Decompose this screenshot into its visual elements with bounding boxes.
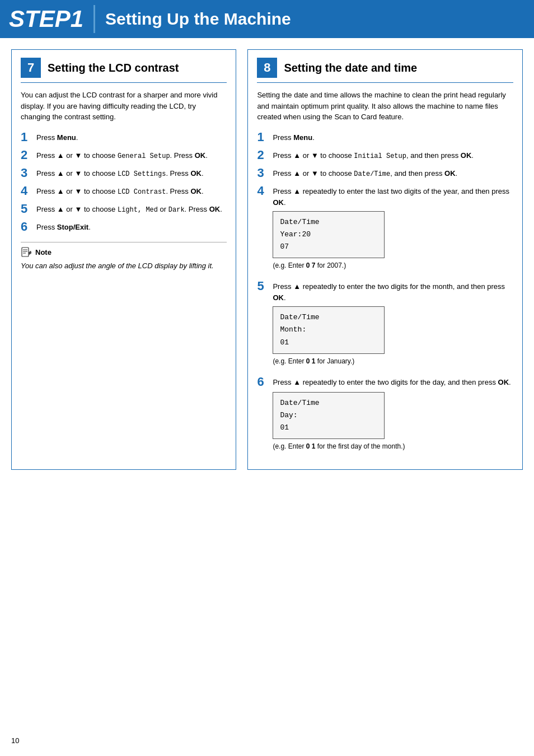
step-8-6: 6 Press ▲ repeatedly to enter the two di… [257,375,513,456]
step-8-4-eg: (e.g. Enter 0 7 for 2007.) [273,262,346,269]
step-7-3: 3 Press ▲ or ▼ to choose LCD Settings. P… [21,166,227,180]
step-8-5: 5 Press ▲ repeatedly to enter the two di… [257,279,513,370]
note-label: Note [35,248,51,256]
section-7-steps: 1 Press Menu. 2 Press ▲ or ▼ to choose G… [21,130,227,234]
note-section: Note You can also adjust the angle of th… [21,242,227,272]
step-8-4-num: 4 [257,184,273,198]
step-8-4-text: Press ▲ repeatedly to enter the last two… [273,184,513,208]
step-8-2: 2 Press ▲ or ▼ to choose Initial Setup, … [257,148,513,162]
step-7-5-ok: OK [209,205,221,213]
step-8-3-mono: Date/Time [354,170,390,178]
step-label: STEP1 [9,6,83,32]
lcd-5-line1: Date/Time [280,313,319,321]
step-8-3-num: 3 [257,166,273,180]
step-8-6-text: Press ▲ repeatedly to enter the two digi… [273,375,510,388]
step-8-6-lcd: Date/Time Day: 01 [273,392,385,439]
step-8-5-text: Press ▲ repeatedly to enter the two digi… [273,279,513,303]
step-7-1-text: Press Menu. [36,130,78,143]
step-8-6-num: 6 [257,375,273,389]
step-7-3-text: Press ▲ or ▼ to choose LCD Settings. Pre… [36,166,204,179]
step-7-3-ok: OK [190,169,202,178]
step-7-4-num: 4 [21,184,36,198]
section-7: 7 Setting the LCD contrast You can adjus… [11,49,236,470]
step-7-2-text: Press ▲ or ▼ to choose General Setup. Pr… [36,148,208,161]
section-8-number: 8 [257,58,277,78]
section-8-desc: Setting the date and time allows the mac… [257,90,513,123]
step-8-1-num: 1 [257,130,273,144]
note-header: Note [21,247,227,258]
step-8-3-ok: OK [444,169,456,178]
step-7-1-bold: Menu [57,133,76,142]
step-8-3-text: Press ▲ or ▼ to choose Date/Time, and th… [273,166,457,179]
step-8-4-lcd: Date/Time Year:20 07 [273,211,385,258]
step-8-2-ok: OK [461,151,472,160]
section-7-number: 7 [21,58,41,78]
lcd-4-line1: Date/Time [280,218,319,226]
section-7-title: Setting the LCD contrast [48,62,179,74]
step-7-2-ok: OK [195,151,206,160]
lcd-5-line2: Month: [280,325,306,334]
step-7-1: 1 Press Menu. [21,130,227,144]
header: STEP1 Setting Up the Machine [0,0,534,38]
step-8-2-text: Press ▲ or ▼ to choose Initial Setup, an… [273,148,474,161]
step-8-5-num: 5 [257,279,273,293]
step-7-2-num: 2 [21,148,36,162]
section-7-header: 7 Setting the LCD contrast [21,58,227,83]
step-8-3: 3 Press ▲ or ▼ to choose Date/Time, and … [257,166,513,180]
step-8-4: 4 Press ▲ repeatedly to enter the last t… [257,184,513,275]
step-7-6-bold: Stop/Exit [57,223,88,231]
step-7-6-text: Press Stop/Exit. [36,220,91,233]
step-7-5-num: 5 [21,202,36,216]
step-7-5-mono2: Dark [168,206,185,214]
step-8-5-row: 5 Press ▲ repeatedly to enter the two di… [257,279,513,303]
step-7-5: 5 Press ▲ or ▼ to choose Light, Med or D… [21,202,227,216]
step-7-4-ok: OK [190,187,202,195]
step-7-3-num: 3 [21,166,36,180]
section-8: 8 Setting the date and time Setting the … [247,49,523,470]
page-title: Setting Up the Machine [105,10,291,29]
step-7-4: 4 Press ▲ or ▼ to choose LCD Contrast. P… [21,184,227,198]
section-8-steps: 1 Press Menu. 2 Press ▲ or ▼ to choose I… [257,130,513,456]
header-divider [93,5,95,33]
step-8-1-bold: Menu [293,133,312,142]
section-8-title: Setting the date and time [284,62,417,74]
step-8-2-num: 2 [257,148,273,162]
step-7-3-mono: LCD Settings [118,170,166,178]
note-text: You can also adjust the angle of the LCD… [21,260,227,272]
step-8-4-ok: OK [273,198,284,207]
step-7-5-text: Press ▲ or ▼ to choose Light, Med or Dar… [36,202,222,215]
step-7-2: 2 Press ▲ or ▼ to choose General Setup. … [21,148,227,162]
note-icon [21,247,32,258]
note-svg-icon [21,247,32,258]
step-7-4-mono: LCD Contrast [118,188,166,196]
step-7-6-num: 6 [21,220,36,234]
step-8-5-ok: OK [273,293,284,302]
step-8-5-eg: (e.g. Enter 0 1 for January.) [273,357,354,365]
step-8-5-lcd: Date/Time Month: 01 [273,306,385,353]
step-7-6: 6 Press Stop/Exit. [21,220,227,234]
lcd-5-line3: 01 [280,338,289,347]
lcd-4-line3: 07 [280,242,289,251]
step-7-4-text: Press ▲ or ▼ to choose LCD Contrast. Pre… [36,184,204,197]
step-7-2-mono: General Setup [118,152,170,160]
step-8-6-ok: OK [498,378,509,386]
step-7-1-num: 1 [21,130,36,144]
main-content: 7 Setting the LCD contrast You can adjus… [0,38,534,481]
step-8-6-row: 6 Press ▲ repeatedly to enter the two di… [257,375,510,389]
svg-rect-0 [22,248,29,256]
lcd-4-line2: Year:20 [280,230,311,239]
lcd-6-line3: 01 [280,423,289,432]
step-8-2-mono: Initial Setup [354,152,406,160]
step-7-5-mono: Light, Med [118,206,158,214]
page-number: 10 [11,736,19,745]
step-8-1-text: Press Menu. [273,130,314,143]
step-8-4-row: 4 Press ▲ repeatedly to enter the last t… [257,184,513,208]
lcd-6-line2: Day: [280,411,297,419]
section-8-header: 8 Setting the date and time [257,58,513,83]
step-8-6-eg: (e.g. Enter 0 1 for the first day of the… [273,442,405,450]
step-8-1: 1 Press Menu. [257,130,513,144]
lcd-6-line1: Date/Time [280,399,319,407]
section-7-desc: You can adjust the LCD contrast for a sh… [21,90,227,123]
